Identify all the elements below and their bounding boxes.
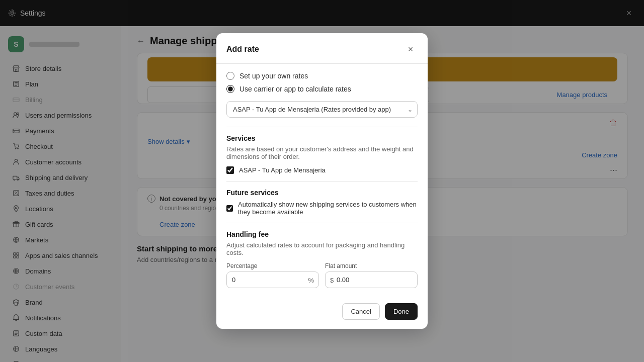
divider-2 xyxy=(226,181,418,182)
percentage-field: Percentage % xyxy=(226,262,319,288)
percentage-input-wrap: % xyxy=(226,272,319,288)
percentage-suffix: % xyxy=(308,276,314,284)
future-services-input[interactable] xyxy=(226,205,233,212)
divider-1 xyxy=(226,127,418,127)
percentage-label: Percentage xyxy=(226,262,319,269)
modal-header: Add rate × xyxy=(216,33,428,64)
modal-body: Set up your own rates Use carrier or app… xyxy=(216,64,428,296)
carrier-select-wrap: ASAP - Tu App de Mensajeria (Rates provi… xyxy=(226,101,418,118)
divider-3 xyxy=(226,223,418,223)
service-checkbox-asap-input[interactable] xyxy=(226,166,234,174)
service-checkbox-asap[interactable]: ASAP - Tu App de Mensajeria xyxy=(226,166,418,174)
modal-close-button[interactable]: × xyxy=(404,42,418,56)
flat-amount-field: Flat amount $ xyxy=(325,262,418,288)
percentage-input[interactable] xyxy=(226,272,319,288)
flat-amount-label: Flat amount xyxy=(325,262,418,269)
radio-own-rates[interactable]: Set up your own rates xyxy=(226,72,418,80)
modal-overlay: Add rate × Set up your own rates Use car… xyxy=(0,0,644,362)
radio-own-rates-input[interactable] xyxy=(226,72,234,80)
future-services-checkbox[interactable]: Automatically show new shipping services… xyxy=(226,201,418,216)
add-rate-modal: Add rate × Set up your own rates Use car… xyxy=(216,33,428,329)
handling-fee-desc: Adjust calculated rates to account for p… xyxy=(226,241,418,256)
modal-title: Add rate xyxy=(226,45,259,54)
carrier-select[interactable]: ASAP - Tu App de Mensajeria (Rates provi… xyxy=(226,101,418,118)
modal-footer: Cancel Done xyxy=(216,296,428,329)
done-button[interactable]: Done xyxy=(385,303,418,320)
app-window: Settings × S Store details xyxy=(0,0,644,362)
flat-amount-input-wrap: $ xyxy=(325,272,418,288)
radio-carrier-rates[interactable]: Use carrier or app to calculate rates xyxy=(226,85,418,93)
radio-own-rates-label: Set up your own rates xyxy=(239,72,308,80)
flat-amount-input[interactable] xyxy=(325,272,418,288)
services-desc: Rates are based on your customer's addre… xyxy=(226,145,418,160)
service-checkbox-asap-label: ASAP - Tu App de Mensajeria xyxy=(239,166,326,174)
future-services-heading: Future services xyxy=(226,189,418,197)
services-heading: Services xyxy=(226,134,418,142)
cancel-button[interactable]: Cancel xyxy=(342,303,379,320)
handling-fee-heading: Handling fee xyxy=(226,230,418,238)
dollar-prefix: $ xyxy=(330,276,334,284)
future-services-label: Automatically show new shipping services… xyxy=(238,201,418,216)
radio-carrier-rates-input[interactable] xyxy=(226,85,234,93)
rate-type-radio-group: Set up your own rates Use carrier or app… xyxy=(226,72,418,93)
fee-row: Percentage % Flat amount $ xyxy=(226,262,418,288)
radio-carrier-rates-label: Use carrier or app to calculate rates xyxy=(239,85,351,93)
